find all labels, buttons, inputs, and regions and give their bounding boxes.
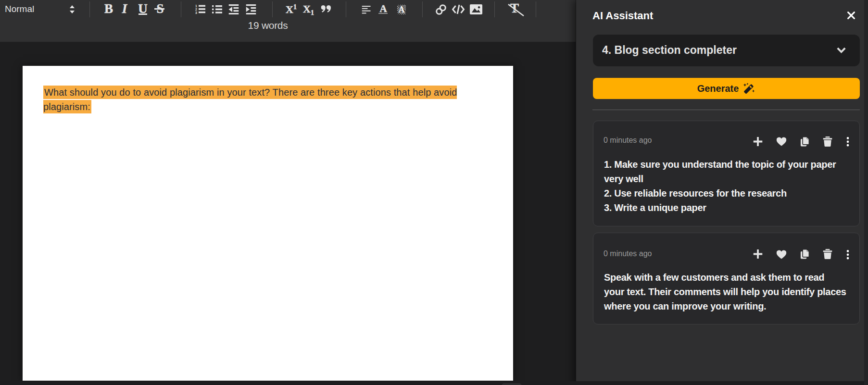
svg-text:1: 1 xyxy=(195,4,197,8)
svg-text:2: 2 xyxy=(195,8,197,11)
svg-text:3: 3 xyxy=(195,11,197,14)
